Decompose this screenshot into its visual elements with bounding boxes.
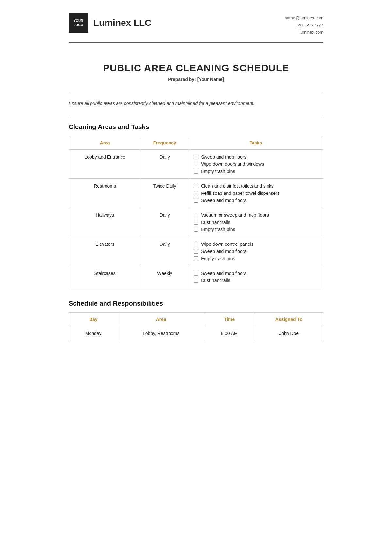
task-checkbox[interactable]	[194, 256, 198, 261]
cell-area: Lobby and Entrance	[69, 150, 141, 179]
task-label: Vacuum or sweep and mop floors	[201, 212, 269, 218]
company-logo: YOUR LOGO	[69, 13, 88, 33]
cell-tasks: Vacuum or sweep and mop floorsDust handr…	[188, 208, 323, 237]
task-label: Wipe down doors and windows	[201, 161, 264, 167]
contact-email: name@luminex.com	[285, 14, 323, 22]
schedule-col-header: Area	[118, 313, 204, 326]
list-item: Clean and disinfect toilets and sinks	[194, 183, 318, 189]
cell-area: Elevators	[69, 237, 141, 266]
task-label: Empty trash bins	[201, 169, 235, 174]
prepared-by: Prepared by: [Your Name]	[69, 77, 323, 82]
header-contact: name@luminex.com 222 555 7777 luminex.co…	[285, 13, 323, 36]
cell-tasks: Sweep and mop floorsDust handrails	[188, 266, 323, 288]
task-label: Empty trash bins	[201, 256, 235, 261]
task-label: Sweep and mop floors	[201, 154, 246, 160]
list-item: Empty trash bins	[194, 169, 318, 174]
list-item: Vacuum or sweep and mop floors	[194, 212, 318, 218]
task-checkbox[interactable]	[194, 191, 198, 195]
table-row: Lobby and EntranceDailySweep and mop flo…	[69, 150, 323, 179]
schedule-table: DayAreaTimeAssigned To MondayLobby, Rest…	[69, 312, 323, 341]
cell-frequency: Weekly	[141, 266, 188, 288]
cleaning-section-heading: Cleaning Areas and Tasks	[69, 123, 323, 131]
task-checkbox[interactable]	[194, 155, 198, 159]
main-title: PUBLIC AREA CLEANING SCHEDULE	[69, 62, 323, 74]
prepared-by-value: [Your Name]	[197, 77, 224, 82]
list-item: Dust handrails	[194, 220, 318, 225]
col-frequency: Frequency	[141, 136, 188, 150]
task-checkbox[interactable]	[194, 213, 198, 217]
task-label: Wipe down control panels	[201, 242, 253, 247]
cell-area: Hallways	[69, 208, 141, 237]
table-row: StaircasesWeeklySweep and mop floorsDust…	[69, 266, 323, 288]
task-label: Sweep and mop floors	[201, 198, 246, 203]
cell-tasks: Clean and disinfect toilets and sinksRef…	[188, 179, 323, 208]
list-item: Empty trash bins	[194, 256, 318, 261]
task-checkbox[interactable]	[194, 162, 198, 166]
document-description: Ensure all public areas are consistently…	[69, 101, 323, 106]
task-label: Clean and disinfect toilets and sinks	[201, 183, 274, 189]
task-checkbox[interactable]	[194, 271, 198, 276]
table-row: RestroomsTwice DailyClean and disinfect …	[69, 179, 323, 208]
cell-frequency: Daily	[141, 237, 188, 266]
task-checkbox[interactable]	[194, 278, 198, 283]
list-item: Sweep and mop floors	[194, 154, 318, 160]
cell-tasks: Wipe down control panelsSweep and mop fl…	[188, 237, 323, 266]
cell-area: Staircases	[69, 266, 141, 288]
list-item: Sweep and mop floors	[194, 271, 318, 276]
header-left: YOUR LOGO Luminex LLC	[69, 13, 151, 33]
task-checkbox[interactable]	[194, 242, 198, 246]
task-checkbox[interactable]	[194, 169, 198, 174]
title-divider	[69, 93, 323, 93]
col-tasks: Tasks	[188, 136, 323, 150]
task-label: Sweep and mop floors	[201, 271, 246, 276]
contact-website: luminex.com	[285, 29, 323, 36]
cell-frequency: Daily	[141, 208, 188, 237]
task-checkbox[interactable]	[194, 249, 198, 254]
table-row: ElevatorsDailyWipe down control panelsSw…	[69, 237, 323, 266]
desc-divider	[69, 115, 323, 115]
schedule-col-header: Assigned To	[254, 313, 323, 326]
header-divider	[69, 42, 323, 43]
task-label: Refill soap and paper towel dispensers	[201, 191, 279, 196]
task-checkbox[interactable]	[194, 227, 198, 232]
task-checkbox[interactable]	[194, 198, 198, 203]
list-item: Sweep and mop floors	[194, 249, 318, 254]
list-item: Wipe down control panels	[194, 242, 318, 247]
list-item: Refill soap and paper towel dispensers	[194, 191, 318, 196]
title-section: PUBLIC AREA CLEANING SCHEDULE Prepared b…	[69, 62, 323, 82]
cell-day: Monday	[69, 326, 118, 341]
task-checkbox[interactable]	[194, 220, 198, 225]
contact-phone: 222 555 7777	[285, 22, 323, 29]
prepared-by-label: Prepared by:	[168, 77, 196, 82]
task-label: Empty trash bins	[201, 227, 235, 232]
task-label: Dust handrails	[201, 220, 230, 225]
list-item: Wipe down doors and windows	[194, 161, 318, 167]
schedule-section-heading: Schedule and Responsibilities	[69, 300, 323, 307]
cell-frequency: Daily	[141, 150, 188, 179]
col-area: Area	[69, 136, 141, 150]
cell-frequency: Twice Daily	[141, 179, 188, 208]
cell-time: 8:00 AM	[204, 326, 254, 341]
table-row: HallwaysDailyVacuum or sweep and mop flo…	[69, 208, 323, 237]
task-label: Dust handrails	[201, 278, 230, 283]
task-label: Sweep and mop floors	[201, 249, 246, 254]
company-name: Luminex LLC	[93, 18, 151, 28]
cell-tasks: Sweep and mop floorsWipe down doors and …	[188, 150, 323, 179]
cleaning-table: Area Frequency Tasks Lobby and EntranceD…	[69, 136, 323, 288]
task-checkbox[interactable]	[194, 184, 198, 188]
cell-assigned_to: John Doe	[254, 326, 323, 341]
cell-area: Lobby, Restrooms	[118, 326, 204, 341]
schedule-col-header: Day	[69, 313, 118, 326]
page-header: YOUR LOGO Luminex LLC name@luminex.com 2…	[69, 13, 323, 36]
list-item: Sweep and mop floors	[194, 198, 318, 203]
list-item: Dust handrails	[194, 278, 318, 283]
cell-area: Restrooms	[69, 179, 141, 208]
table-row: MondayLobby, Restrooms8:00 AMJohn Doe	[69, 326, 323, 341]
list-item: Empty trash bins	[194, 227, 318, 232]
schedule-col-header: Time	[204, 313, 254, 326]
